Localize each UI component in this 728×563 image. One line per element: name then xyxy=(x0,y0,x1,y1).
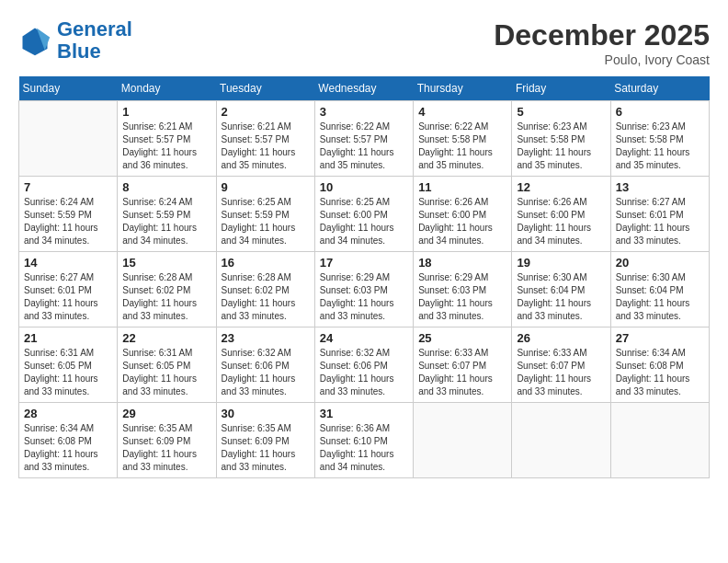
calendar-cell-w5-d3: 30Sunrise: 6:35 AMSunset: 6:09 PMDayligh… xyxy=(216,403,314,478)
calendar-cell-w4-d4: 24Sunrise: 6:32 AMSunset: 6:06 PMDayligh… xyxy=(314,327,413,403)
day-info: Sunrise: 6:33 AMSunset: 6:07 PMDaylight:… xyxy=(418,347,506,398)
day-number: 4 xyxy=(418,105,506,119)
day-number: 2 xyxy=(222,105,310,119)
calendar-cell-w3-d5: 18Sunrise: 6:29 AMSunset: 6:03 PMDayligh… xyxy=(414,252,512,327)
day-info: Sunrise: 6:23 AMSunset: 5:58 PMDaylight:… xyxy=(616,121,704,172)
day-number: 20 xyxy=(616,256,704,270)
calendar-cell-w2-d2: 8Sunrise: 6:24 AMSunset: 5:59 PMDaylight… xyxy=(118,177,216,252)
calendar-cell-w5-d4: 31Sunrise: 6:36 AMSunset: 6:10 PMDayligh… xyxy=(314,403,413,478)
day-number: 7 xyxy=(24,180,112,194)
day-number: 5 xyxy=(517,105,605,119)
day-info: Sunrise: 6:34 AMSunset: 6:08 PMDaylight:… xyxy=(616,347,704,398)
day-info: Sunrise: 6:29 AMSunset: 6:03 PMDaylight:… xyxy=(418,271,506,323)
calendar-cell-w4-d7: 27Sunrise: 6:34 AMSunset: 6:08 PMDayligh… xyxy=(610,327,709,403)
day-info: Sunrise: 6:26 AMSunset: 6:00 PMDaylight:… xyxy=(517,196,605,247)
day-number: 31 xyxy=(320,407,408,420)
day-number: 29 xyxy=(122,407,210,420)
calendar-cell-w5-d6 xyxy=(512,403,610,478)
day-number: 6 xyxy=(616,105,704,119)
week-row-2: 7Sunrise: 6:24 AMSunset: 5:59 PMDaylight… xyxy=(19,177,710,252)
col-tuesday: Tuesday xyxy=(216,76,314,101)
calendar-cell-w1-d7: 6Sunrise: 6:23 AMSunset: 5:58 PMDaylight… xyxy=(610,101,709,177)
day-number: 17 xyxy=(320,256,408,270)
month-title: December 2025 xyxy=(494,18,710,52)
day-number: 11 xyxy=(418,180,506,194)
day-number: 28 xyxy=(24,407,112,420)
calendar-cell-w4-d2: 22Sunrise: 6:31 AMSunset: 6:05 PMDayligh… xyxy=(118,327,216,403)
calendar-cell-w1-d6: 5Sunrise: 6:23 AMSunset: 5:58 PMDaylight… xyxy=(512,101,610,177)
day-number: 25 xyxy=(418,331,506,345)
day-info: Sunrise: 6:27 AMSunset: 6:01 PMDaylight:… xyxy=(24,271,112,323)
week-row-5: 28Sunrise: 6:34 AMSunset: 6:08 PMDayligh… xyxy=(19,403,710,478)
calendar-cell-w4-d1: 21Sunrise: 6:31 AMSunset: 6:05 PMDayligh… xyxy=(19,327,118,403)
logo-text: General Blue xyxy=(57,18,132,63)
day-info: Sunrise: 6:32 AMSunset: 6:06 PMDaylight:… xyxy=(320,347,408,398)
calendar-cell-w3-d6: 19Sunrise: 6:30 AMSunset: 6:04 PMDayligh… xyxy=(512,252,610,327)
day-number: 23 xyxy=(222,331,310,345)
logo-icon xyxy=(18,24,51,57)
calendar-cell-w3-d3: 16Sunrise: 6:28 AMSunset: 6:02 PMDayligh… xyxy=(216,252,314,327)
calendar-cell-w5-d5 xyxy=(414,403,512,478)
day-info: Sunrise: 6:21 AMSunset: 5:57 PMDaylight:… xyxy=(122,121,210,172)
calendar-cell-w3-d4: 17Sunrise: 6:29 AMSunset: 6:03 PMDayligh… xyxy=(314,252,413,327)
col-friday: Friday xyxy=(512,76,610,101)
day-number: 24 xyxy=(320,331,408,345)
calendar-cell-w5-d7 xyxy=(610,403,709,478)
day-number: 13 xyxy=(616,180,704,194)
day-number: 21 xyxy=(24,331,112,345)
calendar-cell-w3-d7: 20Sunrise: 6:30 AMSunset: 6:04 PMDayligh… xyxy=(610,252,709,327)
col-sunday: Sunday xyxy=(19,76,118,101)
day-info: Sunrise: 6:27 AMSunset: 6:01 PMDaylight:… xyxy=(616,196,704,247)
calendar-cell-w4-d5: 25Sunrise: 6:33 AMSunset: 6:07 PMDayligh… xyxy=(414,327,512,403)
calendar-cell-w1-d1 xyxy=(19,101,118,177)
logo-blue: Blue xyxy=(57,40,101,63)
page-header: General Blue December 2025 Poulo, Ivory … xyxy=(18,18,710,67)
week-row-1: 1Sunrise: 6:21 AMSunset: 5:57 PMDaylight… xyxy=(19,101,710,177)
calendar-table: Sunday Monday Tuesday Wednesday Thursday… xyxy=(18,76,710,478)
col-thursday: Thursday xyxy=(414,76,512,101)
day-info: Sunrise: 6:24 AMSunset: 5:59 PMDaylight:… xyxy=(24,196,112,247)
col-wednesday: Wednesday xyxy=(314,76,413,101)
day-number: 16 xyxy=(222,256,310,270)
day-info: Sunrise: 6:23 AMSunset: 5:58 PMDaylight:… xyxy=(517,121,605,172)
day-number: 1 xyxy=(122,105,210,119)
calendar-cell-w2-d1: 7Sunrise: 6:24 AMSunset: 5:59 PMDaylight… xyxy=(19,177,118,252)
calendar-cell-w2-d4: 10Sunrise: 6:25 AMSunset: 6:00 PMDayligh… xyxy=(314,177,413,252)
day-info: Sunrise: 6:32 AMSunset: 6:06 PMDaylight:… xyxy=(222,347,310,398)
week-row-3: 14Sunrise: 6:27 AMSunset: 6:01 PMDayligh… xyxy=(19,252,710,327)
day-info: Sunrise: 6:21 AMSunset: 5:57 PMDaylight:… xyxy=(222,121,310,172)
calendar-cell-w3-d2: 15Sunrise: 6:28 AMSunset: 6:02 PMDayligh… xyxy=(118,252,216,327)
day-info: Sunrise: 6:22 AMSunset: 5:57 PMDaylight:… xyxy=(320,121,408,172)
day-number: 26 xyxy=(517,331,605,345)
day-number: 15 xyxy=(122,256,210,270)
day-number: 9 xyxy=(222,180,310,194)
day-number: 8 xyxy=(122,180,210,194)
calendar-cell-w1-d5: 4Sunrise: 6:22 AMSunset: 5:58 PMDaylight… xyxy=(414,101,512,177)
col-saturday: Saturday xyxy=(610,76,709,101)
title-block: December 2025 Poulo, Ivory Coast xyxy=(494,18,710,67)
day-info: Sunrise: 6:26 AMSunset: 6:00 PMDaylight:… xyxy=(418,196,506,247)
day-info: Sunrise: 6:25 AMSunset: 5:59 PMDaylight:… xyxy=(222,196,310,247)
calendar-cell-w2-d3: 9Sunrise: 6:25 AMSunset: 5:59 PMDaylight… xyxy=(216,177,314,252)
day-number: 18 xyxy=(418,256,506,270)
day-info: Sunrise: 6:36 AMSunset: 6:10 PMDaylight:… xyxy=(320,422,408,474)
calendar-cell-w2-d5: 11Sunrise: 6:26 AMSunset: 6:00 PMDayligh… xyxy=(414,177,512,252)
calendar-cell-w2-d6: 12Sunrise: 6:26 AMSunset: 6:00 PMDayligh… xyxy=(512,177,610,252)
calendar-cell-w3-d1: 14Sunrise: 6:27 AMSunset: 6:01 PMDayligh… xyxy=(19,252,118,327)
calendar-cell-w4-d6: 26Sunrise: 6:33 AMSunset: 6:07 PMDayligh… xyxy=(512,327,610,403)
day-info: Sunrise: 6:35 AMSunset: 6:09 PMDaylight:… xyxy=(222,422,310,474)
day-info: Sunrise: 6:31 AMSunset: 6:05 PMDaylight:… xyxy=(122,347,210,398)
calendar-cell-w1-d2: 1Sunrise: 6:21 AMSunset: 5:57 PMDaylight… xyxy=(118,101,216,177)
calendar-cell-w2-d7: 13Sunrise: 6:27 AMSunset: 6:01 PMDayligh… xyxy=(610,177,709,252)
day-info: Sunrise: 6:22 AMSunset: 5:58 PMDaylight:… xyxy=(418,121,506,172)
location: Poulo, Ivory Coast xyxy=(494,52,710,67)
day-info: Sunrise: 6:25 AMSunset: 6:00 PMDaylight:… xyxy=(320,196,408,247)
day-number: 22 xyxy=(122,331,210,345)
calendar-header-row: Sunday Monday Tuesday Wednesday Thursday… xyxy=(19,76,710,101)
logo: General Blue xyxy=(18,18,132,63)
day-number: 12 xyxy=(517,180,605,194)
day-info: Sunrise: 6:31 AMSunset: 6:05 PMDaylight:… xyxy=(24,347,112,398)
day-number: 27 xyxy=(616,331,704,345)
day-number: 3 xyxy=(320,105,408,119)
calendar-cell-w5-d1: 28Sunrise: 6:34 AMSunset: 6:08 PMDayligh… xyxy=(19,403,118,478)
